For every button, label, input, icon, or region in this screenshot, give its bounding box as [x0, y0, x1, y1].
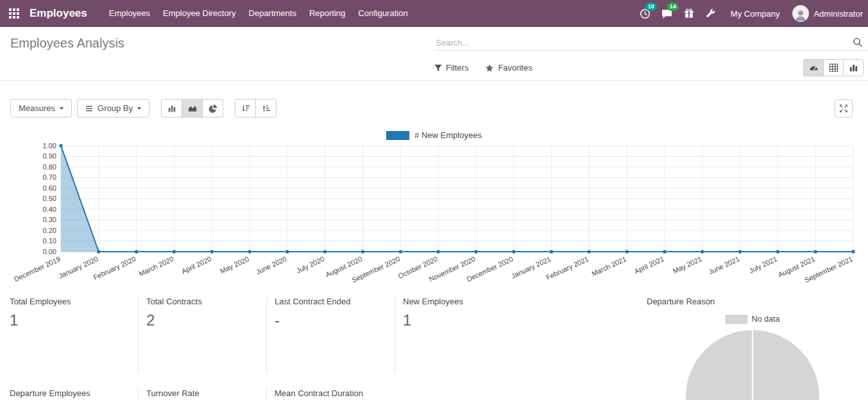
- svg-text:May 2021: May 2021: [672, 255, 703, 275]
- measures-button[interactable]: Measures: [10, 99, 72, 117]
- bar-chart-icon: [167, 104, 176, 113]
- list-icon: [85, 105, 93, 112]
- graph-toolbar: Measures Group By: [0, 99, 868, 117]
- menu-configuration[interactable]: Configuration: [352, 0, 414, 27]
- svg-text:April 2020: April 2020: [180, 255, 212, 275]
- view-graph-button[interactable]: [843, 59, 864, 76]
- svg-text:June 2020: June 2020: [255, 255, 288, 276]
- filters-label: Filters: [446, 63, 468, 73]
- svg-text:0.60: 0.60: [43, 184, 56, 192]
- company-menu[interactable]: My Company: [722, 9, 789, 19]
- apps-grid-icon: [9, 8, 19, 19]
- sort-asc-button[interactable]: [255, 99, 277, 117]
- messages-button[interactable]: 14: [656, 0, 678, 27]
- svg-text:February 2020: February 2020: [92, 255, 137, 281]
- stat-total-employees: Total Employees 1: [10, 297, 138, 373]
- caret-down-icon: [137, 107, 141, 110]
- chart-legend-swatch: [386, 131, 409, 140]
- no-data-label: No data: [752, 315, 780, 324]
- svg-text:0.80: 0.80: [43, 163, 56, 171]
- area-chart-icon: [188, 104, 197, 113]
- app-brand[interactable]: Employees: [30, 7, 87, 20]
- group-by-button[interactable]: Group By: [77, 99, 149, 117]
- svg-text:July 2020: July 2020: [295, 255, 326, 275]
- svg-text:1.00: 1.00: [43, 142, 56, 150]
- menu-employees[interactable]: Employees: [103, 0, 157, 27]
- svg-text:February 2021: February 2021: [545, 255, 590, 281]
- departure-pie-chart: [685, 329, 821, 400]
- filters-button[interactable]: Filters: [434, 63, 468, 73]
- svg-text:0.30: 0.30: [43, 216, 56, 223]
- svg-text:June 2021: June 2021: [708, 255, 741, 276]
- builder-button[interactable]: [700, 0, 722, 27]
- bar-chart-button[interactable]: [161, 99, 182, 117]
- favorites-button[interactable]: Favorites: [485, 63, 532, 73]
- pivot-table-icon: [829, 63, 838, 73]
- svg-text:May 2020: May 2020: [219, 255, 250, 275]
- svg-text:0.40: 0.40: [43, 205, 56, 213]
- activities-badge: 10: [645, 3, 657, 11]
- wrench-icon: [706, 8, 716, 19]
- stat-new-employees: New Employees 1: [395, 297, 642, 373]
- svg-text:0.20: 0.20: [43, 227, 56, 234]
- sort-group: [235, 99, 277, 117]
- filter-funnel-icon: [434, 64, 442, 72]
- line-chart-button[interactable]: [182, 99, 203, 117]
- svg-text:April 2021: April 2021: [633, 255, 665, 275]
- view-pivot-button[interactable]: [823, 59, 844, 76]
- search-icon[interactable]: [853, 37, 863, 50]
- stat-turnover-rate: Turnover Rate 0.00 %: [138, 388, 266, 400]
- svg-text:0.50: 0.50: [43, 195, 56, 202]
- pie-chart-icon: [208, 104, 217, 113]
- avatar: [792, 5, 809, 22]
- stat-last-contract-ended: Last Contract Ended -: [266, 297, 395, 373]
- stats-grid-empty-cell: [395, 388, 642, 400]
- view-dashboard-button[interactable]: [803, 59, 824, 76]
- star-icon: [485, 64, 494, 73]
- menu-employee-directory[interactable]: Employee Directory: [157, 0, 242, 27]
- svg-text:0.70: 0.70: [43, 173, 56, 181]
- view-switcher: [803, 59, 864, 76]
- svg-text:0.10: 0.10: [43, 237, 56, 245]
- sort-desc-icon: [241, 104, 250, 113]
- stat-mean-contract-duration: Mean Contract Duration 15.83 months: [266, 388, 395, 400]
- search-input[interactable]: [434, 35, 868, 51]
- svg-text:March 2021: March 2021: [590, 255, 627, 277]
- rewards-button[interactable]: [678, 0, 700, 27]
- user-icon: [794, 8, 808, 22]
- sort-desc-button[interactable]: [235, 99, 256, 117]
- chart-legend: # New Employees: [0, 130, 868, 140]
- svg-text:0.90: 0.90: [43, 152, 56, 160]
- no-data-swatch: [726, 315, 747, 324]
- stat-departure-employees: Departure Employees 0: [10, 388, 138, 400]
- messages-badge: 14: [667, 3, 679, 11]
- gift-icon: [684, 8, 694, 19]
- caret-down-icon: [60, 107, 64, 110]
- activities-button[interactable]: 10: [634, 0, 656, 27]
- svg-text:July 2021: July 2021: [747, 255, 778, 275]
- svg-text:March 2020: March 2020: [138, 255, 175, 277]
- main-content: Measures Group By: [0, 81, 868, 400]
- departure-reason-section: Departure Reason No data: [647, 297, 858, 400]
- group-by-label: Group By: [98, 103, 133, 113]
- sort-asc-icon: [262, 104, 271, 113]
- user-menu[interactable]: Administrator: [788, 5, 868, 22]
- line-chart-svg: 0.000.100.200.300.400.500.600.700.800.90…: [0, 141, 868, 289]
- measures-label: Measures: [19, 103, 55, 113]
- bar-graph-icon: [849, 63, 858, 73]
- svg-text:0.00: 0.00: [43, 248, 56, 256]
- expand-button[interactable]: [835, 100, 853, 117]
- menu-departments[interactable]: Departments: [243, 0, 303, 27]
- expand-arrows-icon: [839, 104, 848, 113]
- stats-grid: Total Employees 1 Total Contracts 2 Last…: [10, 297, 642, 400]
- chart-type-group: [161, 99, 223, 117]
- chart-legend-label: # New Employees: [414, 130, 482, 140]
- menu-reporting[interactable]: Reporting: [303, 0, 352, 27]
- apps-menu-button[interactable]: [0, 0, 28, 27]
- top-navbar: Employees Employees Employee Directory D…: [0, 0, 868, 27]
- stat-total-contracts: Total Contracts 2: [138, 297, 266, 373]
- pie-chart-button[interactable]: [202, 99, 223, 117]
- svg-text:December 2019: December 2019: [13, 255, 62, 283]
- stats-section: Total Employees 1 Total Contracts 2 Last…: [0, 297, 868, 400]
- search-bar: [434, 35, 868, 51]
